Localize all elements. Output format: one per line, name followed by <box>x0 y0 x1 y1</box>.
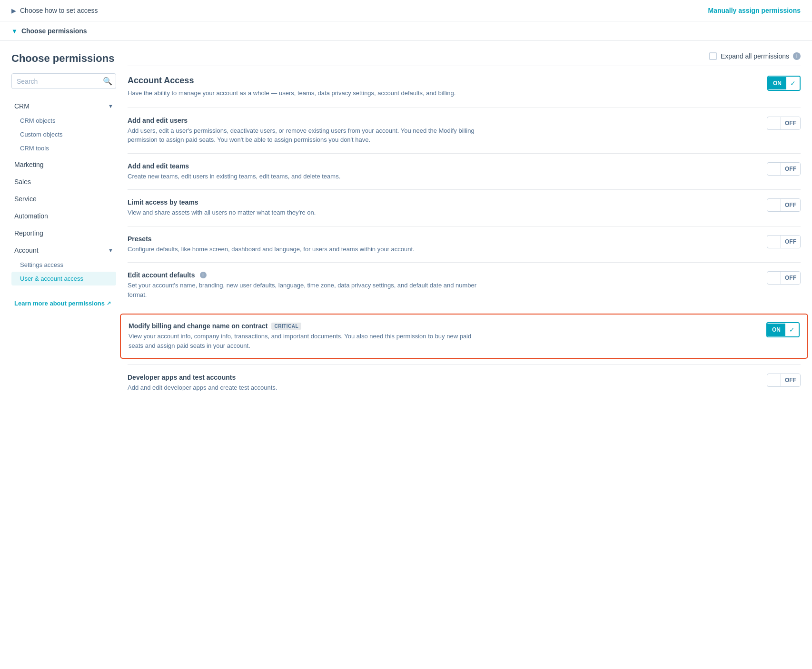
learn-more-label: Learn more about permissions <box>14 300 105 307</box>
permission-desc-limit-access: View and share assets with all users no … <box>128 208 316 217</box>
nav-item-account[interactable]: Account ▼ <box>11 243 116 258</box>
permission-desc-edit-defaults: Set your account's name, branding, new u… <box>128 281 485 299</box>
page-title: Choose permissions <box>11 52 116 65</box>
second-nav-label: Choose permissions <box>21 27 87 35</box>
permission-left-modify-billing: Modify billing and change name on contra… <box>129 322 485 350</box>
critical-badge: CRITICAL <box>271 323 301 330</box>
sidebar-item-crm-objects[interactable]: CRM objects <box>11 114 116 128</box>
nav-section-crm: CRM ▼ CRM objects Custom objects CRM too… <box>11 98 116 155</box>
nav-section-sales: Sales <box>11 174 116 189</box>
sidebar: Choose permissions 🔍 CRM ▼ CRM objects C… <box>11 52 116 651</box>
toggle-off-add-edit-users[interactable]: OFF <box>767 117 801 130</box>
top-nav-left: ▶ Choose how to set access <box>11 7 98 14</box>
external-link-icon: ↗ <box>107 300 111 306</box>
edit-defaults-info-icon[interactable]: i <box>200 272 207 278</box>
permission-left-add-edit-users: Add and edit users Add users, edit a use… <box>128 117 485 145</box>
manually-assign-link[interactable]: Manually assign permissions <box>708 7 801 14</box>
permission-title-modify-billing: Modify billing and change name on contra… <box>129 322 485 330</box>
choose-access-label: Choose how to set access <box>20 7 98 14</box>
sidebar-item-crm-tools[interactable]: CRM tools <box>11 141 116 155</box>
account-access-toggle-on[interactable]: ON ✓ <box>767 76 801 91</box>
nav-section-account: Account ▼ Settings access User & account… <box>11 243 116 285</box>
permission-desc-presets: Configure defaults, like home screen, da… <box>128 245 415 254</box>
permission-title-edit-defaults: Edit account defaults i <box>128 271 485 279</box>
toggle-off-developer-apps[interactable]: OFF <box>767 374 801 387</box>
toggle-off-label-developer: OFF <box>781 374 800 386</box>
crm-children: CRM objects Custom objects CRM tools <box>11 114 116 155</box>
permission-row-presets: Presets Configure defaults, like home sc… <box>128 226 801 263</box>
permission-row-add-edit-users: Add and edit users Add users, edit a use… <box>128 108 801 153</box>
nav-item-crm[interactable]: CRM ▼ <box>11 98 116 114</box>
second-nav: ▼ Choose permissions <box>0 21 812 41</box>
learn-more-link[interactable]: Learn more about permissions ↗ <box>14 300 113 307</box>
learn-more-section: Learn more about permissions ↗ <box>11 297 116 310</box>
nav-list: CRM ▼ CRM objects Custom objects CRM too… <box>11 98 116 285</box>
toggle-off-label-teams: OFF <box>781 163 800 175</box>
main-content: Choose permissions 🔍 CRM ▼ CRM objects C… <box>0 41 812 662</box>
account-chevron-icon: ▼ <box>108 247 113 253</box>
permission-left-developer-apps: Developer apps and test accounts Add and… <box>128 374 277 393</box>
toggle-on-modify-billing[interactable]: ON ✓ <box>766 322 800 337</box>
nav-section-automation: Automation <box>11 208 116 224</box>
sidebar-item-user-account-access[interactable]: User & account access <box>11 272 116 285</box>
nav-item-marketing[interactable]: Marketing <box>11 157 116 172</box>
permission-title-add-edit-users: Add and edit users <box>128 117 485 124</box>
toggle-on-check-billing: ✓ <box>785 323 799 336</box>
permission-desc-developer-apps: Add and edit developer apps and create t… <box>128 383 277 393</box>
toggle-off-edit-defaults[interactable]: OFF <box>767 271 801 285</box>
account-children: Settings access User & account access <box>11 258 116 285</box>
chevron-right-icon: ▶ <box>11 7 16 14</box>
top-nav-right: Manually assign permissions <box>708 7 801 14</box>
toggle-off-label: OFF <box>781 117 800 129</box>
permission-row-modify-billing: Modify billing and change name on contra… <box>120 314 808 359</box>
toggle-off-label-edit-defaults: OFF <box>781 272 800 284</box>
permission-left-presets: Presets Configure defaults, like home sc… <box>128 235 415 254</box>
toggle-off-presets[interactable]: OFF <box>767 235 801 248</box>
toggle-on-label: ON <box>768 77 786 89</box>
toggle-off-add-edit-teams[interactable]: OFF <box>767 162 801 176</box>
permission-row-edit-account-defaults: Edit account defaults i Set your account… <box>128 262 801 308</box>
permission-title-presets: Presets <box>128 235 415 243</box>
content-header: Expand all permissions i <box>128 52 801 66</box>
account-access-description: Have the ability to manage your account … <box>128 89 456 98</box>
nav-item-automation[interactable]: Automation <box>11 208 116 224</box>
sidebar-item-custom-objects[interactable]: Custom objects <box>11 128 116 141</box>
search-box[interactable]: 🔍 <box>11 73 116 89</box>
account-access-title: Account Access <box>128 76 456 86</box>
toggle-off-label-presets: OFF <box>781 236 800 248</box>
nav-section-service: Service <box>11 191 116 207</box>
search-input[interactable] <box>17 78 100 85</box>
nav-item-reporting[interactable]: Reporting <box>11 226 116 241</box>
sidebar-item-settings-access[interactable]: Settings access <box>11 258 116 272</box>
nav-item-service[interactable]: Service <box>11 191 116 207</box>
permission-title-developer-apps: Developer apps and test accounts <box>128 374 277 381</box>
permission-row-add-edit-teams: Add and edit teams Create new teams, edi… <box>128 153 801 190</box>
chevron-down-icon: ▼ <box>11 28 18 35</box>
toggle-on-check-icon: ✓ <box>786 77 800 90</box>
account-access-section-header: Account Access Have the ability to manag… <box>128 76 801 98</box>
nav-item-sales[interactable]: Sales <box>11 174 116 189</box>
modify-billing-wrapper: Modify billing and change name on contra… <box>128 308 801 364</box>
top-nav: ▶ Choose how to set access Manually assi… <box>0 0 812 21</box>
toggle-on-label-billing: ON <box>767 324 785 336</box>
toggle-off-label-limit: OFF <box>781 199 800 211</box>
crm-chevron-icon: ▼ <box>108 103 113 109</box>
expand-all-label: Expand all permissions <box>721 52 789 60</box>
permission-title-limit-access: Limit access by teams <box>128 198 316 206</box>
search-icon: 🔍 <box>103 77 112 86</box>
nav-section-reporting: Reporting <box>11 226 116 241</box>
permission-row-limit-access: Limit access by teams View and share ass… <box>128 189 801 226</box>
toggle-off-limit-access[interactable]: OFF <box>767 198 801 212</box>
permission-desc-add-edit-users: Add users, edit a user's permissions, de… <box>128 126 485 145</box>
expand-all-checkbox[interactable] <box>709 52 717 60</box>
nav-section-marketing: Marketing <box>11 157 116 172</box>
permission-title-add-edit-teams: Add and edit teams <box>128 162 340 170</box>
section-header-left: Account Access Have the ability to manag… <box>128 76 456 98</box>
permission-left-limit-access: Limit access by teams View and share ass… <box>128 198 316 217</box>
permission-left-add-edit-teams: Add and edit teams Create new teams, edi… <box>128 162 340 181</box>
expand-info-icon[interactable]: i <box>793 52 801 60</box>
content-area: Expand all permissions i Account Access … <box>128 52 801 651</box>
permission-desc-add-edit-teams: Create new teams, edit users in existing… <box>128 172 340 181</box>
permission-left-edit-defaults: Edit account defaults i Set your account… <box>128 271 485 299</box>
permission-desc-modify-billing: View your account info, company info, tr… <box>129 332 485 350</box>
